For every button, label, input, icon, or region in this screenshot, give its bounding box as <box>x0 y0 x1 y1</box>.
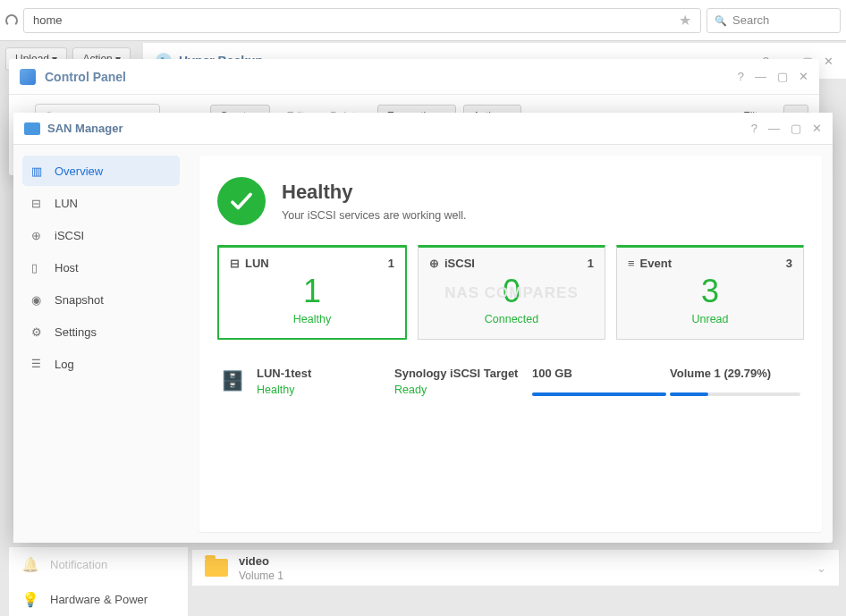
folder-name: video <box>239 554 283 568</box>
san-manager-title: SAN Manager <box>47 122 123 135</box>
card-big-number: 0 <box>419 274 605 309</box>
lun-sub: Healthy <box>257 384 391 396</box>
sidebar-item-snapshot[interactable]: Snapshot <box>22 284 180 315</box>
browser-topbar: home ★ Search <box>0 0 846 41</box>
help-icon[interactable]: ? <box>738 70 744 83</box>
sidebar-item-hardware-power[interactable]: 💡 Hardware & Power <box>9 582 188 616</box>
san-manager-icon <box>24 122 40 135</box>
folder-sub: Volume 1 <box>239 570 283 582</box>
volume-label: Volume 1 (29.79%) <box>670 367 800 380</box>
lun-icon <box>230 257 240 270</box>
target-name: Synology iSCSI Target <box>394 367 529 380</box>
control-panel-icon <box>20 69 36 85</box>
summary-cards: LUN 1 1 Healthy NAS COMPARES iSCSI 1 <box>217 245 804 340</box>
control-panel-title: Control Panel <box>45 70 126 84</box>
sidebar-item-log[interactable]: Log <box>22 349 180 379</box>
camera-icon <box>31 293 46 307</box>
sidebar-item-settings[interactable]: Settings <box>22 316 180 347</box>
size-bar <box>532 392 666 396</box>
san-sidebar: Overview LUN iSCSI Host Snapshot Setting… <box>13 145 189 543</box>
status-healthy-icon <box>217 177 266 225</box>
card-badge: 1 <box>588 257 594 270</box>
card-event[interactable]: Event 3 3 Unread <box>616 245 804 340</box>
sidebar-item-iscsi[interactable]: iSCSI <box>22 220 180 250</box>
chevron-down-icon[interactable]: ⌄ <box>816 561 826 575</box>
globe-icon <box>31 229 46 242</box>
sidebar-item-label: Overview <box>55 165 103 178</box>
lun-detail-row[interactable]: 🗄️ LUN-1test Healthy Synology iSCSI Targ… <box>217 356 804 407</box>
folder-icon <box>205 559 228 577</box>
search-icon <box>715 13 727 27</box>
sidebar-item-label: Host <box>55 261 79 274</box>
sidebar-item-overview[interactable]: Overview <box>22 156 180 186</box>
list-icon <box>628 257 635 270</box>
control-panel-sidebar-peek: 🔔 Notification 💡 Hardware & Power Extern… <box>9 547 188 616</box>
card-iscsi[interactable]: NAS COMPARES iSCSI 1 0 Connected <box>418 245 605 340</box>
sidebar-item-notification[interactable]: 🔔 Notification <box>9 547 188 582</box>
card-label: Event <box>640 257 672 270</box>
card-sub-label: Connected <box>419 309 605 338</box>
card-label: LUN <box>245 257 269 270</box>
sidebar-item-host[interactable]: Host <box>22 252 180 283</box>
sidebar-item-label: Log <box>55 358 74 371</box>
minimize-icon[interactable]: — <box>768 122 780 135</box>
status-header: Healthy Your iSCSI services are working … <box>217 177 804 225</box>
sidebar-item-label: Settings <box>55 325 97 339</box>
help-icon[interactable]: ? <box>751 122 757 135</box>
disk-stack-icon: 🗄️ <box>221 370 244 392</box>
maximize-icon[interactable]: ▢ <box>777 70 788 83</box>
gear-icon <box>31 325 46 339</box>
host-icon <box>31 261 46 274</box>
file-row-video[interactable]: video Volume 1 ⌄ <box>192 550 839 586</box>
target-sub: Ready <box>394 384 529 396</box>
reload-icon[interactable] <box>5 14 18 27</box>
search-placeholder: Search <box>732 13 769 27</box>
close-icon[interactable]: ✕ <box>812 122 822 135</box>
card-sub-label: Healthy <box>219 309 405 338</box>
maximize-icon[interactable]: ▢ <box>791 122 801 135</box>
card-badge: 1 <box>388 257 394 270</box>
close-icon[interactable]: ✕ <box>824 55 833 68</box>
bulb-icon: 💡 <box>21 591 39 608</box>
address-text: home <box>33 13 63 27</box>
san-manager-header: SAN Manager ? — ▢ ✕ <box>13 113 833 145</box>
card-badge: 3 <box>786 257 792 270</box>
globe-icon <box>429 257 439 270</box>
bell-icon: 🔔 <box>21 556 39 573</box>
sidebar-item-label: iSCSI <box>55 229 84 242</box>
overview-icon <box>31 165 46 178</box>
control-panel-header: Control Panel ? — ▢ ✕ <box>9 59 819 95</box>
card-sub-label: Unread <box>617 309 803 338</box>
status-subtitle: Your iSCSI services are working well. <box>282 209 467 222</box>
status-heading: Healthy <box>282 181 467 204</box>
address-bar[interactable]: home ★ <box>23 8 701 33</box>
volume-bar <box>670 392 800 396</box>
lun-name: LUN-1test <box>257 367 391 380</box>
card-lun[interactable]: LUN 1 1 Healthy <box>217 245 407 340</box>
size-label: 100 GB <box>532 367 666 380</box>
lun-icon <box>31 197 46 210</box>
star-icon[interactable]: ★ <box>679 12 691 29</box>
san-manager-window: SAN Manager ? — ▢ ✕ Overview LUN iSCSI <box>13 113 833 543</box>
sidebar-item-lun[interactable]: LUN <box>22 188 180 218</box>
close-icon[interactable]: ✕ <box>799 70 808 83</box>
browser-search[interactable]: Search <box>706 8 841 33</box>
minimize-icon[interactable]: — <box>755 70 766 83</box>
log-icon <box>31 358 46 370</box>
card-label: iSCSI <box>444 257 475 270</box>
san-main-panel: Healthy Your iSCSI services are working … <box>189 145 833 543</box>
card-big-number: 3 <box>617 274 803 309</box>
card-big-number: 1 <box>219 274 405 309</box>
sidebar-item-label: Snapshot <box>55 293 104 307</box>
sidebar-item-label: LUN <box>55 197 78 210</box>
